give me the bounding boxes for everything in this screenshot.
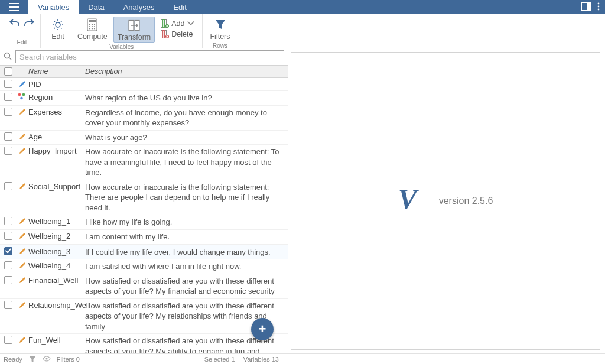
variable-row[interactable]: ExpensesRegardless of income, do you hav… bbox=[0, 106, 288, 131]
variable-row[interactable]: RegionWhat region of the US do you live … bbox=[0, 91, 288, 106]
variable-name: PID bbox=[28, 80, 84, 89]
ribbon-add-button[interactable]: Add bbox=[160, 19, 196, 28]
search-icon bbox=[4, 52, 13, 62]
delete-column-icon bbox=[161, 30, 169, 38]
variable-name: Fun_Well bbox=[28, 336, 84, 344]
ribbon-transform-button[interactable]: Transform bbox=[113, 17, 155, 43]
svg-point-29 bbox=[45, 358, 47, 359]
variable-checkbox[interactable] bbox=[4, 108, 12, 116]
menu-tab-variables[interactable]: Variables bbox=[28, 0, 79, 14]
svg-point-12 bbox=[92, 26, 93, 27]
svg-point-25 bbox=[5, 53, 10, 58]
variable-description: I am satisfied with where I am in life r… bbox=[84, 261, 288, 272]
variable-checkbox[interactable] bbox=[4, 276, 12, 284]
variable-description: Regardless of income, do you have enough… bbox=[84, 108, 288, 128]
ordinal-type-icon bbox=[17, 247, 28, 255]
svg-point-5 bbox=[56, 22, 60, 27]
ordinal-type-icon bbox=[17, 336, 28, 344]
add-column-icon bbox=[161, 20, 169, 28]
app-menu-button[interactable] bbox=[0, 0, 28, 14]
status-visibility-icon[interactable] bbox=[43, 355, 51, 364]
undo-button[interactable] bbox=[9, 18, 20, 30]
variable-name: Relationship_Well bbox=[28, 301, 84, 310]
menu-tabs: VariablesDataAnalysesEdit bbox=[28, 0, 196, 14]
variable-name: Wellbeing_3 bbox=[28, 247, 84, 256]
variable-checkbox[interactable] bbox=[4, 232, 12, 240]
search-input[interactable] bbox=[15, 50, 284, 63]
variable-description: What region of the US do you live in? bbox=[84, 93, 288, 103]
variable-row[interactable]: Fun_WellHow satisfied or dissatisfied ar… bbox=[0, 334, 288, 353]
variable-description: How accurate or inaccurate is the follow… bbox=[84, 147, 288, 178]
variable-row[interactable]: Wellbeing_3If I could live my life over,… bbox=[0, 245, 288, 260]
svg-point-15 bbox=[92, 28, 93, 29]
menu-icon bbox=[9, 3, 19, 11]
svg-point-3 bbox=[598, 5, 600, 7]
menu-tab-analyses[interactable]: Analyses bbox=[114, 0, 164, 14]
kebab-icon[interactable] bbox=[597, 2, 600, 12]
variables-header-row: Name Description bbox=[0, 65, 288, 78]
variable-description: How accurate or inaccurate is the follow… bbox=[84, 182, 288, 213]
column-header-name[interactable]: Name bbox=[28, 67, 84, 76]
variable-row[interactable]: Financial_WellHow satisfied or dissatisf… bbox=[0, 274, 288, 299]
variable-row[interactable]: PID bbox=[0, 78, 288, 91]
variables-list[interactable]: PIDRegionWhat region of the US do you li… bbox=[0, 78, 288, 353]
variable-name: Expenses bbox=[28, 108, 84, 116]
ordinal-type-icon bbox=[17, 108, 28, 116]
ribbon-delete-button[interactable]: Delete bbox=[160, 30, 196, 39]
svg-point-4 bbox=[598, 8, 600, 10]
variable-name: Region bbox=[28, 93, 84, 102]
status-filter-icon[interactable] bbox=[28, 355, 37, 364]
variable-row[interactable]: Wellbeing_4I am satisfied with where I a… bbox=[0, 259, 288, 274]
results-placeholder: V version 2.5.6 bbox=[291, 52, 600, 350]
ribbon-compute-button[interactable]: Compute bbox=[74, 17, 111, 41]
redo-icon bbox=[24, 18, 34, 28]
svg-point-27 bbox=[22, 93, 25, 96]
variable-description: How satisfied or dissatisfied are you wi… bbox=[84, 276, 288, 297]
variable-checkbox[interactable] bbox=[4, 336, 12, 344]
svg-point-9 bbox=[92, 24, 93, 25]
column-header-description[interactable]: Description bbox=[84, 67, 288, 76]
variable-row[interactable]: Social_SupportHow accurate or inaccurate… bbox=[0, 180, 288, 216]
variable-name: Happy_Import bbox=[28, 147, 84, 155]
variable-checkbox[interactable] bbox=[4, 217, 12, 225]
variable-row[interactable]: AgeWhat is your age? bbox=[0, 131, 288, 145]
svg-point-28 bbox=[20, 97, 23, 100]
nominal-type-icon bbox=[17, 93, 28, 100]
calculator-icon bbox=[86, 18, 99, 32]
ribbon-edit-button[interactable]: Edit bbox=[44, 17, 71, 41]
variable-name: Wellbeing_2 bbox=[28, 232, 84, 240]
variable-checkbox[interactable] bbox=[4, 147, 12, 155]
variable-checkbox[interactable] bbox=[4, 247, 12, 255]
main-menubar: VariablesDataAnalysesEdit bbox=[0, 0, 605, 14]
variable-checkbox[interactable] bbox=[4, 301, 12, 309]
variable-description: What is your age? bbox=[84, 132, 288, 143]
svg-point-8 bbox=[89, 24, 90, 25]
variable-checkbox[interactable] bbox=[4, 261, 12, 269]
ordinal-type-icon bbox=[17, 147, 28, 155]
ribbon-filters-button[interactable]: Filters bbox=[206, 17, 233, 41]
variable-row[interactable]: Wellbeing_1I like how my life is going. bbox=[0, 215, 288, 230]
status-filters-count: Filters 0 bbox=[57, 356, 80, 363]
status-selected-count: Selected 1 bbox=[204, 356, 235, 363]
variable-checkbox[interactable] bbox=[4, 132, 12, 141]
ribbon-group-variables: Edit Compute Transform Add bbox=[41, 14, 203, 48]
menu-tab-data[interactable]: Data bbox=[79, 0, 113, 14]
variable-row[interactable]: Wellbeing_2I am content with my life. bbox=[0, 230, 288, 245]
variable-checkbox[interactable] bbox=[4, 93, 12, 101]
variable-name: Financial_Well bbox=[28, 276, 84, 285]
gear-icon bbox=[51, 18, 64, 32]
select-all-checkbox[interactable] bbox=[4, 67, 12, 76]
redo-button[interactable] bbox=[24, 18, 34, 30]
variable-checkbox[interactable] bbox=[4, 182, 12, 190]
ribbon-caption-edit: Edit bbox=[7, 38, 37, 47]
svg-point-14 bbox=[89, 28, 90, 29]
variable-row[interactable]: Relationship_WellHow satisfied or dissat… bbox=[0, 299, 288, 334]
ordinal-type-icon bbox=[17, 232, 28, 240]
menu-tab-edit[interactable]: Edit bbox=[164, 0, 196, 14]
dock-right-icon[interactable] bbox=[581, 2, 591, 12]
variable-row[interactable]: Happy_ImportHow accurate or inaccurate i… bbox=[0, 145, 288, 180]
add-variable-fab[interactable]: + bbox=[251, 318, 274, 340]
ordinal-type-icon bbox=[17, 182, 28, 190]
variable-checkbox[interactable] bbox=[4, 80, 12, 88]
svg-point-11 bbox=[89, 26, 90, 27]
